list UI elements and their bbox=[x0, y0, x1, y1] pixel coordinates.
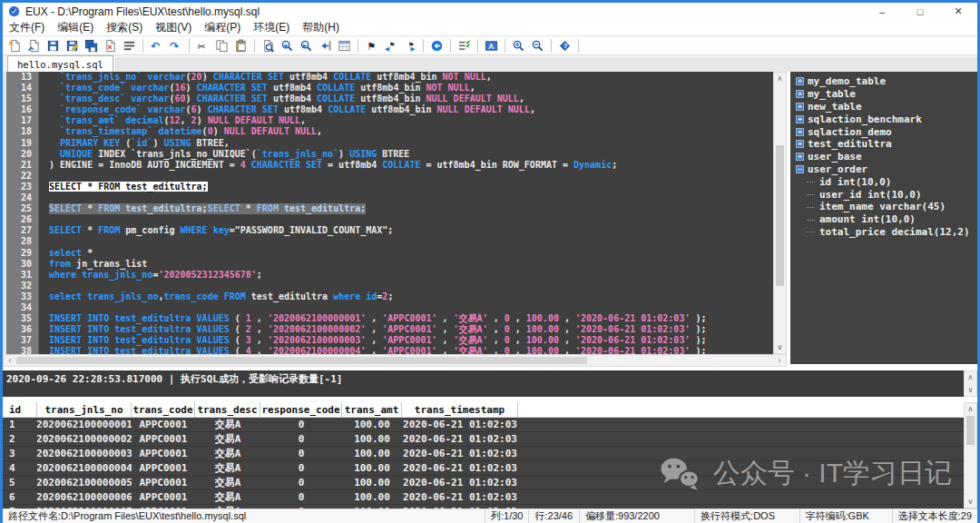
tree-node-my_table[interactable]: +my_table bbox=[796, 88, 977, 101]
copy-button[interactable] bbox=[212, 37, 231, 54]
cut-button[interactable]: ✂ bbox=[193, 37, 212, 54]
code-line-26[interactable]: 26 bbox=[6, 214, 773, 225]
zoom-in-button[interactable] bbox=[509, 37, 528, 54]
result-row-6[interactable]: 62020062100000006APPC0001交易A0100.002020-… bbox=[3, 490, 964, 505]
editor-hscroll-thumb[interactable] bbox=[16, 357, 587, 364]
menu-item-5[interactable]: 环境(E) bbox=[247, 20, 296, 35]
code-line-20[interactable]: 20 UNIQUE INDEX `trans_jnls_no_UNIQUE`(`… bbox=[6, 149, 773, 160]
code-line-27[interactable]: 27SELECT * FROM pm_config WHERE key="PAS… bbox=[6, 225, 773, 236]
log-vertical-scrollbar[interactable]: ∧ ∨ bbox=[964, 370, 977, 397]
bookmark-button[interactable]: ⚑ bbox=[362, 37, 381, 54]
results-header-trans_timestamp[interactable]: trans_timestamp bbox=[402, 402, 518, 417]
minimize-button[interactable]: – bbox=[863, 3, 901, 20]
scroll-up-arrow[interactable]: ∧ bbox=[965, 403, 976, 415]
maximize-button[interactable]: □ bbox=[901, 3, 939, 20]
scroll-down-arrow[interactable]: ∨ bbox=[965, 384, 976, 396]
zoom-out-button[interactable] bbox=[528, 37, 547, 54]
result-row-5[interactable]: 52020062100000005APPC0001交易A0100.002020-… bbox=[3, 476, 964, 490]
code-line-14[interactable]: 14 `trans_code` varchar(16) CHARACTER SE… bbox=[6, 83, 773, 94]
code-line-16[interactable]: 16 `response_code` varchar(6) CHARACTER … bbox=[6, 104, 773, 115]
tree-node-sqlaction_demo[interactable]: +sqlaction_demo bbox=[796, 125, 977, 138]
scroll-left-arrow[interactable]: ‹ bbox=[4, 355, 16, 366]
tree-expand-icon[interactable]: + bbox=[796, 128, 804, 136]
code-line-31[interactable]: 31where trans_jnls_no='2020052312345678'… bbox=[6, 270, 773, 281]
code-line-35[interactable]: 35INSERT INTO test_editultra VALUES ( 1 … bbox=[6, 313, 773, 324]
results-header-response_code[interactable]: response_code bbox=[260, 402, 342, 417]
menu-item-1[interactable]: 编辑(E) bbox=[51, 20, 100, 35]
save-button[interactable] bbox=[44, 37, 63, 54]
syntax-highlight-button[interactable]: A bbox=[482, 37, 501, 54]
scroll-down-arrow[interactable]: ∨ bbox=[965, 496, 976, 508]
new-file-button[interactable]: ✱ bbox=[5, 37, 24, 54]
validate-list-button[interactable] bbox=[455, 37, 474, 54]
code-line-24[interactable]: 24 bbox=[6, 192, 773, 203]
code-editor[interactable]: 13 `trans_jnls_no` varchar(20) CHARACTER… bbox=[3, 72, 773, 354]
close-file-button[interactable]: × bbox=[101, 37, 120, 54]
menu-item-3[interactable]: 视图(V) bbox=[149, 20, 198, 35]
redo-button[interactable]: ↷ bbox=[166, 37, 185, 54]
tree-column-item[interactable]: item_name varchar(45) bbox=[796, 201, 977, 213]
goto-line-button[interactable] bbox=[316, 37, 335, 54]
find-button[interactable] bbox=[259, 37, 278, 54]
tree-column-item[interactable]: id int(10,0) bbox=[796, 175, 977, 188]
result-row-2[interactable]: 22020062100000002APPC0001交易A0100.002020-… bbox=[3, 432, 964, 447]
editor-horizontal-scrollbar[interactable]: ‹ › bbox=[3, 354, 787, 367]
code-line-34[interactable]: 34 bbox=[6, 302, 773, 313]
tree-expand-icon[interactable]: + bbox=[796, 153, 804, 161]
menu-item-0[interactable]: 文件(F) bbox=[3, 20, 51, 35]
results-header-trans_amt[interactable]: trans_amt bbox=[342, 402, 402, 417]
code-line-36[interactable]: 36INSERT INTO test_editultra VALUES ( 2 … bbox=[6, 324, 773, 335]
code-line-32[interactable]: 32 bbox=[6, 281, 773, 291]
close-button[interactable]: ✕ bbox=[939, 3, 977, 20]
tree-column-item[interactable]: total_price decimal(12,2) bbox=[796, 226, 977, 239]
results-vertical-scrollbar[interactable]: ∧ ∨ bbox=[964, 402, 977, 508]
menu-item-2[interactable]: 搜索(S) bbox=[100, 20, 149, 35]
tree-expand-icon[interactable]: + bbox=[796, 103, 804, 111]
result-row-4[interactable]: 42020062100000004APPC0001交易A0100.002020-… bbox=[3, 461, 964, 476]
results-header-trans_code[interactable]: trans_code bbox=[132, 402, 195, 417]
navigate-back-button[interactable] bbox=[427, 37, 446, 54]
code-line-30[interactable]: 30from jn_trans_list bbox=[6, 259, 773, 270]
code-line-15[interactable]: 15 `trans_desc` varchar(60) CHARACTER SE… bbox=[6, 94, 773, 104]
code-line-29[interactable]: 29select * bbox=[6, 248, 773, 259]
line-list-button[interactable] bbox=[120, 37, 139, 54]
code-line-19[interactable]: 19 PRIMARY KEY (`id`) USING BTREE, bbox=[6, 138, 773, 149]
result-row-1[interactable]: 12020062100000001APPC0001交易A0100.002020-… bbox=[3, 418, 964, 432]
tree-collapse-icon[interactable]: − bbox=[796, 165, 804, 173]
about-button[interactable]: ? bbox=[555, 37, 574, 54]
tree-expand-icon[interactable]: + bbox=[796, 90, 804, 98]
code-line-23[interactable]: 23SELECT * FROM test_editultra; bbox=[6, 182, 773, 192]
undo-button[interactable]: ↶ bbox=[147, 37, 166, 54]
menu-item-6[interactable]: 帮助(H) bbox=[296, 20, 346, 35]
code-line-33[interactable]: 33select trans_jnls_no,trans_code FROM t… bbox=[6, 291, 773, 302]
save-as-button[interactable] bbox=[63, 37, 82, 54]
results-header-trans_desc[interactable]: trans_desc bbox=[195, 402, 260, 417]
tab-hello-mysql-sql[interactable]: hello.mysql.sql bbox=[7, 55, 113, 72]
bookmark-next-button[interactable]: ⚑▶ bbox=[400, 37, 419, 54]
editor-vscroll-thumb[interactable] bbox=[776, 145, 784, 286]
results-header-trans_jnls_no[interactable]: trans_jnls_no bbox=[37, 402, 132, 417]
scroll-down-arrow[interactable]: ∨ bbox=[774, 341, 786, 353]
code-line-38[interactable]: 38INSERT INTO test_editultra VALUES ( 4 … bbox=[6, 346, 773, 354]
scroll-up-arrow[interactable]: ∧ bbox=[774, 73, 786, 84]
tree-node-my_demo_table[interactable]: +my_demo_table bbox=[796, 75, 977, 88]
code-line-17[interactable]: 17 `trans_amt` decimal(12, 2) NULL DEFAU… bbox=[6, 115, 773, 126]
code-line-25[interactable]: 25SELECT * FROM test_editultra;SELECT * … bbox=[6, 203, 773, 214]
find-prev-button[interactable]: ◀ bbox=[278, 37, 297, 54]
find-next-button[interactable]: ▶ bbox=[297, 37, 316, 54]
compare-grid-button[interactable] bbox=[335, 37, 354, 54]
tree-expand-icon[interactable]: + bbox=[796, 77, 804, 85]
code-line-22[interactable]: 22 bbox=[6, 171, 773, 182]
tree-node-new_table[interactable]: +new_table bbox=[796, 101, 977, 113]
result-row-7[interactable]: 72020062100000007APPC0001交易A0100.002020-… bbox=[3, 505, 964, 508]
scroll-up-arrow[interactable]: ∧ bbox=[965, 371, 976, 383]
results-header-id[interactable]: id bbox=[3, 402, 37, 417]
code-line-18[interactable]: 18 `trans_timestamp` datetime(0) NULL DE… bbox=[6, 126, 773, 137]
save-all-button[interactable] bbox=[82, 37, 101, 54]
tree-column-item[interactable]: amount int(10,0) bbox=[796, 213, 977, 226]
tree-column-item[interactable]: user_id int(10,0) bbox=[796, 188, 977, 201]
editor-vertical-scrollbar[interactable]: ∧ ∨ bbox=[773, 72, 787, 354]
tree-expand-icon[interactable]: + bbox=[796, 140, 804, 148]
tree-node-test_editultra[interactable]: +test_editultra bbox=[796, 138, 977, 151]
open-file-button[interactable] bbox=[24, 37, 44, 54]
